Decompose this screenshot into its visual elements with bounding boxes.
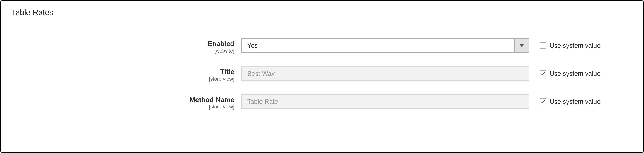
enabled-select-toggle[interactable] bbox=[514, 39, 529, 52]
enabled-use-system-label: Use system value bbox=[550, 42, 600, 50]
method-name-input[interactable] bbox=[242, 94, 529, 109]
method-name-scope: [store view] bbox=[12, 104, 234, 110]
title-label: Title bbox=[12, 68, 234, 76]
svg-marker-0 bbox=[520, 44, 524, 47]
title-use-system-label: Use system value bbox=[550, 70, 600, 78]
title-input[interactable] bbox=[242, 66, 529, 81]
input-col-enabled: Yes bbox=[242, 38, 529, 53]
label-col-title: Title [store view] bbox=[12, 66, 242, 82]
check-col-title: Use system value bbox=[529, 66, 600, 81]
table-rates-panel: Table Rates Enabled [website] Yes Use sy… bbox=[0, 0, 644, 153]
check-col-method-name: Use system value bbox=[529, 94, 600, 109]
section-title: Table Rates bbox=[12, 8, 632, 17]
title-scope: [store view] bbox=[12, 76, 234, 82]
label-col-method-name: Method Name [store view] bbox=[12, 94, 242, 110]
enabled-scope: [website] bbox=[12, 48, 234, 54]
input-col-method-name bbox=[242, 94, 529, 109]
enabled-use-system-checkbox[interactable] bbox=[540, 42, 546, 49]
row-method-name: Method Name [store view] Use system valu… bbox=[12, 94, 632, 110]
label-col-enabled: Enabled [website] bbox=[12, 38, 242, 54]
check-icon bbox=[541, 100, 545, 104]
chevron-down-icon bbox=[520, 44, 524, 47]
enabled-select[interactable]: Yes bbox=[242, 38, 529, 53]
enabled-select-value: Yes bbox=[242, 39, 514, 52]
method-name-label: Method Name bbox=[12, 96, 234, 104]
input-col-title bbox=[242, 66, 529, 81]
enabled-label: Enabled bbox=[12, 40, 234, 48]
method-name-use-system-label: Use system value bbox=[550, 98, 600, 106]
check-col-enabled: Use system value bbox=[529, 38, 600, 53]
check-icon bbox=[541, 72, 545, 76]
method-name-use-system-checkbox[interactable] bbox=[540, 98, 546, 105]
row-enabled: Enabled [website] Yes Use system value bbox=[12, 38, 632, 54]
title-use-system-checkbox[interactable] bbox=[540, 70, 546, 77]
row-title: Title [store view] Use system value bbox=[12, 66, 632, 82]
